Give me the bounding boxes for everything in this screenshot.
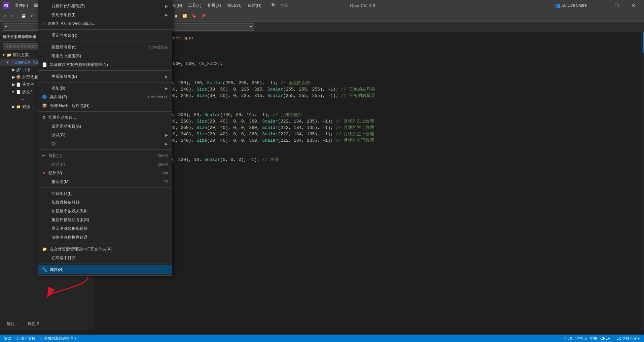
- close-button[interactable]: ✕: [626, 0, 641, 11]
- code-line-18: 18: [114, 144, 637, 150]
- editor-scrollbar[interactable]: [641, 32, 644, 330]
- code-line-11: 11: [114, 99, 637, 105]
- ctx-item-azure[interactable]: A发布为 Azure WebJob(J)...: [38, 19, 172, 28]
- code-line-15: 15 ellipse(img, Point(280, 260), Size(20…: [114, 125, 637, 131]
- ctx-item-load_direct[interactable]: 加载直接依赖顿: [38, 198, 172, 207]
- ctx-item-new_view[interactable]: 📄新建解决方案资源管理器视图(N): [38, 60, 172, 69]
- tab-properties[interactable]: 属性 2: [24, 319, 43, 329]
- tb-icon-8[interactable]: 🔁: [180, 12, 189, 20]
- tb-icon-7[interactable]: ◼: [173, 12, 180, 20]
- ctx-item-collapse[interactable]: 折叠所有后代Ctrl+左箭头: [38, 43, 172, 52]
- ctx-item-class_wiz[interactable]: 🔵类向导(Z)...Ctrl+Shift+X: [38, 93, 172, 101]
- ctx-item-analyze[interactable]: 分析和代码清理(Z)▶: [38, 2, 172, 10]
- ctx-item-load_all[interactable]: 加载整个依赖关系树: [38, 207, 172, 215]
- ctx-item-startup_config[interactable]: ⚙配置启动项目...: [38, 113, 172, 122]
- ctx-label-new_view: 新建解决方案资源管理器视图(N): [50, 62, 108, 68]
- search-icon: 🔍: [271, 3, 276, 8]
- ctx-item-limit_scope[interactable]: 限定为此范围(S): [38, 52, 172, 60]
- eol-text: CRLF: [600, 336, 610, 340]
- save-all-button[interactable]: 💾: [19, 12, 28, 20]
- ctx-item-qt_menu[interactable]: Qt▶: [38, 139, 172, 148]
- ctx-label-cut: 剪切(T): [48, 153, 62, 159]
- project-icon: ■: [11, 60, 13, 64]
- ctx-item-remove[interactable]: ✕移除(V)Del: [38, 169, 172, 177]
- ctx-item-rescan[interactable]: 重新扫描解决方案(S): [38, 215, 172, 224]
- file-dropdown[interactable]: ▾: [3, 23, 43, 31]
- ctx-item-add[interactable]: 添加(D)▶: [38, 84, 172, 93]
- sidebar-bottom-tabs: 解决... 属性 2: [0, 318, 94, 330]
- code-line-20: 20 circle(img, Point(230, 220), 10, Scal…: [114, 157, 637, 163]
- live-share-area: 👥 16 Live Share: [555, 3, 587, 8]
- code-line-3: 3: [114, 48, 637, 54]
- ctx-sep-20: [38, 149, 172, 150]
- tab-solution[interactable]: 解决...: [3, 319, 22, 329]
- back-button[interactable]: ◁: [1, 12, 8, 20]
- ctx-arrow-qt_menu: ▶: [165, 142, 168, 146]
- ctx-item-cut[interactable]: ✂剪切(T)Ctrl+X: [38, 151, 172, 160]
- ctx-item-nuget[interactable]: 📦管理 NuGet 程序包(N)...: [38, 101, 172, 110]
- sidebar-label-opencv: OpenCV_4.3: [14, 60, 38, 65]
- expand-arrow-external: ▶: [12, 75, 16, 79]
- git-selector-button[interactable]: ⎇ 选择仓库 ▾: [615, 336, 641, 341]
- resource-icon: 📁: [16, 105, 21, 109]
- ctx-item-project_only[interactable]: 仅用于项目(I)▶: [38, 10, 172, 19]
- global-search-input[interactable]: [278, 2, 345, 8]
- config-icon: ⚙: [42, 115, 46, 120]
- add-filter-button[interactable]: +: [635, 23, 641, 31]
- ctx-item-clear_browse_err[interactable]: 清除浏览数据库错误: [38, 233, 172, 242]
- ctx-label-load_direct: 加载直接依赖顿: [51, 200, 80, 205]
- source-icon: 📄: [16, 90, 21, 94]
- code-line-17: 17 ellipse(img, Point(280, 340), Size(20…: [114, 137, 637, 144]
- ctx-item-open_terminal[interactable]: 在终端中打开: [38, 253, 172, 262]
- ctx-sep-11: [38, 82, 172, 82]
- ctx-item-rename[interactable]: 重命名(M)F2: [38, 177, 172, 186]
- menu-item-f[interactable]: 文件(F): [12, 1, 31, 10]
- ctx-item-retarget[interactable]: 重定向项目(R): [38, 31, 172, 40]
- ctx-item-show_browse_err[interactable]: 显示浏览数据库错误: [38, 224, 172, 233]
- line-col-display[interactable]: 行: 9 字符: 5 空格 CRLF: [563, 336, 611, 341]
- code-line-1: 1 #include <opencv2/opencv.hpp>: [114, 35, 637, 41]
- ctx-label-set_startup: 设为启动项目(A): [51, 124, 81, 129]
- code-line-2: 2 using namespace cv;: [114, 41, 637, 48]
- ctx-arrow-debug_menu: ▶: [165, 133, 168, 137]
- ctx-item-gen_dep[interactable]: 生成依赖项(B)▶: [38, 72, 172, 81]
- ctx-arrow-project_only: ▶: [165, 13, 168, 17]
- ctx-item-debug_menu[interactable]: 调试(G)▶: [38, 131, 172, 139]
- live-share-label[interactable]: 16 Live Share: [562, 3, 587, 8]
- git-label: ⎇ 选择仓库 ▾: [617, 336, 640, 340]
- ctx-label-show_browse_err: 显示浏览数据库错误: [51, 226, 88, 232]
- ctx-shortcut-collapse: Ctrl+左箭头: [149, 45, 168, 50]
- ctx-item-set_startup[interactable]: 设为启动项目(A): [38, 122, 172, 131]
- undo-button[interactable]: ↩: [29, 12, 36, 20]
- ctx-label-class_wiz: 类向导(Z)...: [50, 94, 70, 100]
- menu-item-x[interactable]: 扩展(X): [205, 1, 224, 10]
- source-control-button[interactable]: ↑ 添加到源代码管理 ▾: [39, 336, 78, 341]
- menu-item-h[interactable]: 帮助(H): [245, 1, 264, 10]
- indent-text: 空格: [590, 336, 597, 340]
- menu-item-w[interactable]: 窗口(W): [224, 1, 244, 10]
- menu-item-t[interactable]: 工具(T): [185, 1, 204, 10]
- maximize-button[interactable]: ☐: [609, 0, 624, 11]
- remove-icon: ✕: [42, 171, 46, 176]
- code-line-5: 5 Mat img = Mat::zeros(500, 500, CV_8UC3…: [114, 61, 637, 67]
- ctx-label-debug_menu: 调试(G): [51, 132, 65, 138]
- code-line-13: 13 circle(img, Point(250, 300), 50, Scal…: [114, 112, 637, 118]
- ctx-item-unload[interactable]: 卸载项目(L): [38, 189, 172, 198]
- ctx-label-rescan: 重新扫描解决方案(S): [51, 217, 89, 223]
- live-share-icon: 👥: [555, 3, 561, 8]
- minimize-button[interactable]: —: [592, 0, 608, 11]
- ctx-item-properties[interactable]: 🔧属性(R): [38, 265, 172, 274]
- tb-icon-10[interactable]: 📌: [199, 12, 208, 20]
- ctx-shortcut-class_wiz: Ctrl+Shift+X: [148, 95, 168, 99]
- code-editor[interactable]: 1 #include <opencv2/opencv.hpp> 2 using …: [94, 32, 644, 166]
- ctx-label-azure: 发布为 Azure WebJob(J)...: [47, 21, 95, 27]
- code-line-16: 16 ellipse(img, Point(220, 340), Size(20…: [114, 131, 637, 137]
- ctx-label-open_folder: 在文件资源管理器中打开文件夹(X): [50, 246, 112, 252]
- ctx-item-open_folder[interactable]: 📁在文件资源管理器中打开文件夹(X): [38, 245, 172, 253]
- forward-button[interactable]: ▷: [9, 12, 15, 20]
- new-view-icon: 📄: [42, 62, 47, 67]
- ctx-item-paste[interactable]: 粘贴(P)Ctrl+V: [38, 160, 172, 169]
- status-bar: 输出 此项不支持 ↑ 添加到源代码管理 ▾ 行: 9 字符: 5 空格 CRLF…: [0, 335, 644, 342]
- context-menu: 分析和代码清理(Z)▶仅用于项目(I)▶A发布为 Azure WebJob(J)…: [38, 0, 172, 276]
- tb-icon-9[interactable]: 🔖: [190, 12, 199, 20]
